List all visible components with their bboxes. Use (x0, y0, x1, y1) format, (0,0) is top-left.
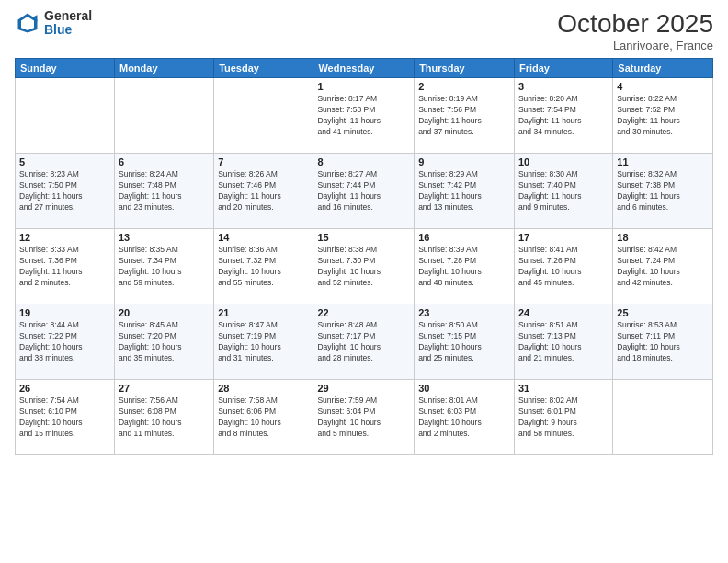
calendar-cell: 3Sunrise: 8:20 AM Sunset: 7:54 PM Daylig… (514, 78, 612, 154)
day-number: 15 (317, 232, 410, 243)
day-number: 16 (418, 232, 510, 243)
day-number: 25 (617, 307, 709, 318)
day-info: Sunrise: 7:54 AM Sunset: 6:10 PM Dayligh… (19, 396, 110, 440)
calendar-cell: 25Sunrise: 8:53 AM Sunset: 7:11 PM Dayli… (613, 304, 713, 380)
calendar-cell: 24Sunrise: 8:51 AM Sunset: 7:13 PM Dayli… (514, 304, 612, 380)
day-number: 27 (119, 383, 210, 394)
month-title: October 2025 (557, 9, 713, 39)
day-number: 1 (317, 81, 410, 92)
calendar-week-4: 19Sunrise: 8:44 AM Sunset: 7:22 PM Dayli… (16, 304, 713, 380)
calendar-cell: 18Sunrise: 8:42 AM Sunset: 7:24 PM Dayli… (613, 229, 713, 304)
day-number: 23 (418, 307, 510, 318)
day-info: Sunrise: 8:41 AM Sunset: 7:26 PM Dayligh… (518, 245, 609, 289)
day-number: 28 (218, 383, 309, 394)
calendar-cell: 2Sunrise: 8:19 AM Sunset: 7:56 PM Daylig… (415, 78, 515, 154)
day-info: Sunrise: 8:30 AM Sunset: 7:40 PM Dayligh… (518, 169, 609, 213)
col-thursday: Thursday (415, 59, 515, 78)
day-info: Sunrise: 7:56 AM Sunset: 6:08 PM Dayligh… (119, 396, 210, 440)
day-number: 7 (218, 156, 309, 167)
calendar-week-3: 12Sunrise: 8:33 AM Sunset: 7:36 PM Dayli… (16, 229, 713, 304)
day-info: Sunrise: 8:32 AM Sunset: 7:38 PM Dayligh… (617, 169, 709, 213)
calendar-cell: 29Sunrise: 7:59 AM Sunset: 6:04 PM Dayli… (313, 380, 415, 455)
day-info: Sunrise: 8:19 AM Sunset: 7:56 PM Dayligh… (418, 94, 510, 138)
day-info: Sunrise: 8:33 AM Sunset: 7:36 PM Dayligh… (19, 245, 110, 289)
day-info: Sunrise: 8:50 AM Sunset: 7:15 PM Dayligh… (418, 320, 510, 364)
day-number: 29 (317, 383, 410, 394)
day-info: Sunrise: 8:36 AM Sunset: 7:32 PM Dayligh… (218, 245, 309, 289)
calendar-cell: 20Sunrise: 8:45 AM Sunset: 7:20 PM Dayli… (114, 304, 213, 380)
day-number: 19 (19, 307, 110, 318)
day-info: Sunrise: 8:27 AM Sunset: 7:44 PM Dayligh… (317, 169, 410, 213)
day-info: Sunrise: 8:45 AM Sunset: 7:20 PM Dayligh… (119, 320, 210, 364)
calendar-week-5: 26Sunrise: 7:54 AM Sunset: 6:10 PM Dayli… (16, 380, 713, 455)
day-number: 22 (317, 307, 410, 318)
calendar-cell: 9Sunrise: 8:29 AM Sunset: 7:42 PM Daylig… (415, 154, 515, 229)
calendar-cell: 17Sunrise: 8:41 AM Sunset: 7:26 PM Dayli… (514, 229, 612, 304)
col-monday: Monday (114, 59, 213, 78)
calendar-cell: 11Sunrise: 8:32 AM Sunset: 7:38 PM Dayli… (613, 154, 713, 229)
calendar-cell: 27Sunrise: 7:56 AM Sunset: 6:08 PM Dayli… (114, 380, 213, 455)
day-info: Sunrise: 8:39 AM Sunset: 7:28 PM Dayligh… (418, 245, 510, 289)
calendar-cell: 21Sunrise: 8:47 AM Sunset: 7:19 PM Dayli… (214, 304, 313, 380)
day-info: Sunrise: 8:38 AM Sunset: 7:30 PM Dayligh… (317, 245, 410, 289)
day-info: Sunrise: 8:47 AM Sunset: 7:19 PM Dayligh… (218, 320, 309, 364)
day-number: 14 (218, 232, 309, 243)
day-number: 2 (418, 81, 510, 92)
day-number: 26 (19, 383, 110, 394)
day-number: 9 (418, 156, 510, 167)
calendar-cell: 30Sunrise: 8:01 AM Sunset: 6:03 PM Dayli… (415, 380, 515, 455)
calendar-cell: 6Sunrise: 8:24 AM Sunset: 7:48 PM Daylig… (114, 154, 213, 229)
header: General Blue October 2025 Lanrivoare, Fr… (15, 9, 713, 52)
calendar-week-2: 5Sunrise: 8:23 AM Sunset: 7:50 PM Daylig… (16, 154, 713, 229)
calendar-cell: 1Sunrise: 8:17 AM Sunset: 7:58 PM Daylig… (313, 78, 415, 154)
col-tuesday: Tuesday (214, 59, 313, 78)
calendar-cell: 13Sunrise: 8:35 AM Sunset: 7:34 PM Dayli… (114, 229, 213, 304)
calendar-cell: 7Sunrise: 8:26 AM Sunset: 7:46 PM Daylig… (214, 154, 313, 229)
day-info: Sunrise: 8:29 AM Sunset: 7:42 PM Dayligh… (418, 169, 510, 213)
day-number: 6 (119, 156, 210, 167)
calendar-cell: 4Sunrise: 8:22 AM Sunset: 7:52 PM Daylig… (613, 78, 713, 154)
day-number: 21 (218, 307, 309, 318)
day-number: 24 (518, 307, 609, 318)
calendar-table: Sunday Monday Tuesday Wednesday Thursday… (15, 58, 713, 455)
day-info: Sunrise: 7:58 AM Sunset: 6:06 PM Dayligh… (218, 396, 309, 440)
day-info: Sunrise: 8:01 AM Sunset: 6:03 PM Dayligh… (418, 396, 510, 440)
day-info: Sunrise: 8:26 AM Sunset: 7:46 PM Dayligh… (218, 169, 309, 213)
calendar-cell: 22Sunrise: 8:48 AM Sunset: 7:17 PM Dayli… (313, 304, 415, 380)
calendar-cell: 14Sunrise: 8:36 AM Sunset: 7:32 PM Dayli… (214, 229, 313, 304)
day-info: Sunrise: 8:35 AM Sunset: 7:34 PM Dayligh… (119, 245, 210, 289)
logo-icon (15, 10, 40, 36)
day-number: 10 (518, 156, 609, 167)
day-number: 30 (418, 383, 510, 394)
calendar-cell (114, 78, 213, 154)
day-number: 5 (19, 156, 110, 167)
calendar-cell: 31Sunrise: 8:02 AM Sunset: 6:01 PM Dayli… (514, 380, 612, 455)
day-info: Sunrise: 8:22 AM Sunset: 7:52 PM Dayligh… (617, 94, 709, 138)
day-number: 11 (617, 156, 709, 167)
calendar-cell: 23Sunrise: 8:50 AM Sunset: 7:15 PM Dayli… (415, 304, 515, 380)
day-number: 3 (518, 81, 609, 92)
day-info: Sunrise: 7:59 AM Sunset: 6:04 PM Dayligh… (317, 396, 410, 440)
calendar-cell (16, 78, 115, 154)
day-info: Sunrise: 8:48 AM Sunset: 7:17 PM Dayligh… (317, 320, 410, 364)
calendar-week-1: 1Sunrise: 8:17 AM Sunset: 7:58 PM Daylig… (16, 78, 713, 154)
day-number: 17 (518, 232, 609, 243)
title-block: October 2025 Lanrivoare, France (557, 9, 713, 52)
day-number: 31 (518, 383, 609, 394)
calendar-cell: 26Sunrise: 7:54 AM Sunset: 6:10 PM Dayli… (16, 380, 115, 455)
day-number: 12 (19, 232, 110, 243)
col-wednesday: Wednesday (313, 59, 415, 78)
calendar-cell: 5Sunrise: 8:23 AM Sunset: 7:50 PM Daylig… (16, 154, 115, 229)
day-info: Sunrise: 8:51 AM Sunset: 7:13 PM Dayligh… (518, 320, 609, 364)
calendar-cell (613, 380, 713, 455)
logo-blue-text: Blue (44, 23, 92, 37)
col-sunday: Sunday (16, 59, 115, 78)
calendar-cell: 12Sunrise: 8:33 AM Sunset: 7:36 PM Dayli… (16, 229, 115, 304)
logo-text: General Blue (44, 9, 92, 38)
calendar-cell: 10Sunrise: 8:30 AM Sunset: 7:40 PM Dayli… (514, 154, 612, 229)
col-friday: Friday (514, 59, 612, 78)
day-info: Sunrise: 8:42 AM Sunset: 7:24 PM Dayligh… (617, 245, 709, 289)
page: General Blue October 2025 Lanrivoare, Fr… (0, 0, 728, 563)
col-saturday: Saturday (613, 59, 713, 78)
logo: General Blue (15, 9, 92, 38)
